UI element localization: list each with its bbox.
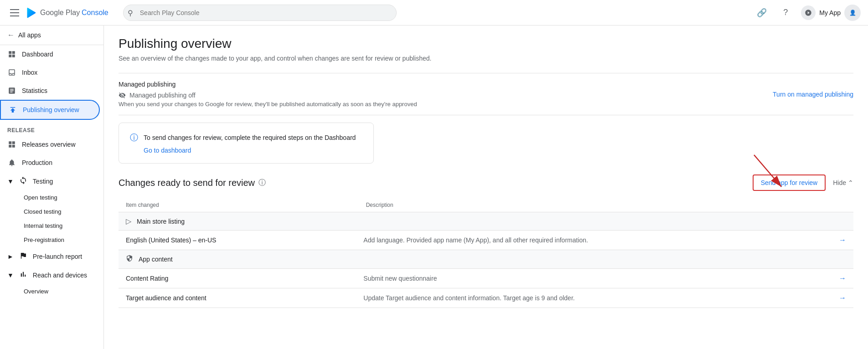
changes-header: Changes ready to send for review ⓘ Send … (119, 174, 853, 191)
row-item: Content Rating (126, 275, 363, 282)
page-subtitle: See an overview of the changes made to y… (119, 55, 853, 62)
search-input[interactable] (123, 5, 397, 21)
sidebar-item-statistics[interactable]: Statistics (0, 82, 103, 100)
managed-publishing-left: Managed publishing Managed publishing of… (119, 81, 417, 108)
reach-label: Reach and devices (33, 272, 87, 279)
hide-button[interactable]: Hide ⌃ (833, 179, 853, 186)
changes-actions: Send app for review Hide ⌃ (753, 174, 853, 191)
user-avatar-icon[interactable]: 👤 (844, 5, 861, 21)
sidebar-item-inbox[interactable]: Inbox (0, 63, 103, 82)
pre-launch-label: Pre-launch report (33, 253, 82, 260)
info-box-row: ⓘ To send changes for review, complete t… (130, 132, 362, 143)
all-apps-link[interactable]: ← All apps (0, 26, 103, 45)
testing-label: Testing (33, 178, 53, 185)
row-item: English (United States) – en-US (126, 236, 363, 244)
internal-testing-label: Internal testing (24, 222, 62, 229)
pre-registration-label: Pre-registration (24, 236, 64, 243)
row-arrow-icon[interactable]: → (839, 236, 846, 244)
sidebar-item-overview[interactable]: Overview (0, 284, 103, 298)
sidebar-item-pre-launch[interactable]: ► Pre-launch report (0, 247, 103, 266)
reach-icon (19, 270, 27, 280)
sidebar-item-closed-testing[interactable]: Closed testing (0, 205, 103, 219)
closed-testing-label: Closed testing (24, 208, 61, 215)
table-row[interactable]: Content Rating Submit new questionnaire … (119, 269, 853, 288)
sidebar-item-label: Dashboard (22, 51, 53, 58)
table-row[interactable]: Target audience and content Update Targe… (119, 288, 853, 308)
app-selector[interactable]: My App 👤 (801, 5, 861, 21)
app-name: My App (819, 9, 841, 16)
pre-launch-icon (19, 251, 27, 261)
chevron-up-icon: ⌃ (848, 179, 853, 186)
table-row[interactable]: English (United States) – en-US Add lang… (119, 231, 853, 250)
changes-help-icon[interactable]: ⓘ (258, 178, 266, 188)
sidebar-item-open-testing[interactable]: Open testing (0, 190, 103, 205)
overview-label: Overview (24, 288, 48, 295)
divider-1 (119, 73, 853, 73)
release-section-label: Release (0, 120, 103, 135)
row-item: Target audience and content (126, 294, 363, 302)
go-to-dashboard-link[interactable]: Go to dashboard (144, 147, 362, 154)
main-content: Publishing overview See an overview of t… (104, 26, 868, 349)
shield-icon (126, 255, 133, 264)
logo-console-text: Console (82, 9, 108, 17)
help-icon[interactable]: ? (777, 5, 794, 21)
topbar-right: 🔗 ? My App 👤 (754, 5, 861, 21)
send-app-for-review-button[interactable]: Send app for review (753, 174, 826, 191)
managed-publishing-row: Managed publishing Managed publishing of… (119, 81, 853, 108)
changes-title-text: Changes ready to send for review (119, 178, 255, 188)
hide-label: Hide (833, 179, 846, 186)
sidebar-item-label: Publishing overview (23, 106, 79, 113)
col-item-header: Item changed (126, 202, 366, 208)
info-circle-icon: ⓘ (130, 132, 138, 143)
sidebar-item-reach-devices[interactable]: ▼ Reach and devices (0, 266, 103, 284)
reach-expand-icon: ▼ (7, 272, 14, 279)
logo-google-text: Google Play (40, 9, 80, 17)
link-icon[interactable]: 🔗 (754, 5, 770, 21)
inbox-icon (7, 68, 16, 77)
divider-2 (119, 115, 853, 115)
menu-icon[interactable] (7, 5, 22, 20)
sidebar: ← All apps Dashboard Inbox Statistics (0, 26, 104, 349)
managed-publishing-title: Managed publishing (119, 81, 417, 88)
dashboard-icon (7, 50, 16, 59)
pre-launch-expand-icon: ► (7, 253, 14, 260)
sidebar-item-internal-testing[interactable]: Internal testing (0, 219, 103, 233)
search-wrapper: ⚲ (123, 5, 397, 21)
section-label: Main store listing (137, 218, 185, 225)
topbar: Google Play Console ⚲ 🔗 ? My App 👤 (0, 0, 868, 26)
table-section-app-content: App content (119, 250, 853, 269)
sidebar-item-production[interactable]: Production (0, 154, 103, 172)
avatar (801, 5, 816, 20)
info-box-text: To send changes for review, complete the… (144, 134, 356, 141)
releases-icon (7, 140, 16, 149)
back-arrow-icon: ← (7, 31, 15, 39)
table-header: Item changed Description (119, 198, 853, 212)
sidebar-item-label: Production (22, 159, 52, 166)
play-icon: ▷ (126, 217, 131, 226)
testing-icon (19, 176, 27, 186)
row-arrow-icon[interactable]: → (839, 274, 846, 282)
sidebar-item-pre-registration[interactable]: Pre-registration (0, 233, 103, 247)
testing-expand-icon: ▼ (7, 178, 14, 185)
sidebar-item-dashboard[interactable]: Dashboard (0, 45, 103, 63)
managed-off-label: Managed publishing off (129, 92, 196, 99)
changes-title: Changes ready to send for review ⓘ (119, 178, 266, 188)
info-box: ⓘ To send changes for review, complete t… (119, 123, 374, 164)
table-section-main-store-listing: ▷ Main store listing (119, 212, 853, 231)
row-description: Update Target audience and content infor… (363, 294, 839, 302)
sidebar-item-releases-overview[interactable]: Releases overview (0, 135, 103, 154)
page-title: Publishing overview (119, 36, 853, 51)
sidebar-item-testing[interactable]: ▼ Testing (0, 172, 103, 190)
section-label: App content (139, 256, 173, 263)
row-arrow-icon[interactable]: → (839, 294, 846, 302)
sidebar-item-publishing-overview[interactable]: Publishing overview (0, 100, 100, 120)
col-description-header: Description (366, 202, 846, 208)
turn-on-link[interactable]: Turn on managed publishing (773, 91, 853, 98)
sidebar-item-label: Statistics (22, 87, 47, 94)
publishing-icon (8, 105, 17, 114)
sidebar-item-label: Inbox (22, 69, 37, 76)
statistics-icon (7, 86, 16, 95)
logo: Google Play Console (26, 6, 108, 19)
managed-off-status: Managed publishing off (119, 92, 417, 99)
row-description: Add language. Provided app name (My App)… (363, 236, 839, 244)
